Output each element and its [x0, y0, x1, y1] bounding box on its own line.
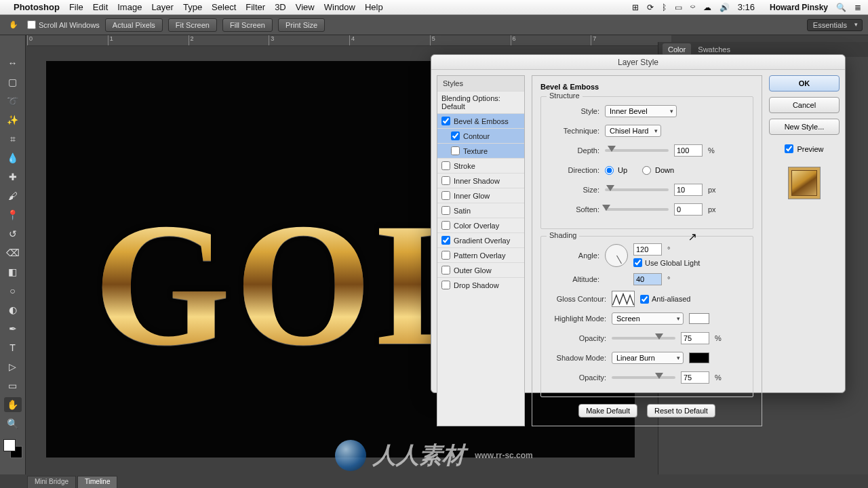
type-tool-icon[interactable]: T	[4, 340, 22, 355]
depth-input[interactable]	[674, 144, 703, 157]
style-stroke[interactable]: Stroke	[437, 158, 524, 173]
direction-down[interactable]: Down	[642, 166, 674, 175]
heal-tool-icon[interactable]: ✚	[4, 169, 22, 184]
size-slider[interactable]	[605, 188, 669, 191]
shadow-color-swatch[interactable]	[689, 352, 709, 363]
style-drop-shadow[interactable]: Drop Shadow	[437, 277, 524, 292]
bluetooth-icon[interactable]: ᛒ	[662, 3, 667, 12]
style-texture[interactable]: Texture	[437, 143, 524, 158]
cloud-icon[interactable]: ☁	[703, 3, 711, 12]
wand-tool-icon[interactable]: ✨	[4, 113, 22, 127]
shape-tool-icon[interactable]: ▭	[4, 378, 22, 393]
menu-3d[interactable]: 3D	[275, 2, 286, 12]
fit-screen-button[interactable]: Fit Screen	[168, 18, 217, 32]
reset-default-button[interactable]: Reset to Default	[647, 404, 715, 418]
shadow-mode-select[interactable]: Linear Burn	[612, 352, 684, 364]
style-inner-shadow[interactable]: Inner Shadow	[437, 173, 524, 188]
hand-tool-icon[interactable]: ✋	[5, 18, 22, 32]
path-select-icon[interactable]: ▷	[4, 359, 22, 374]
menu-edit[interactable]: Edit	[93, 2, 108, 12]
crop-tool-icon[interactable]: ⌗	[4, 131, 22, 146]
use-global-light[interactable]: Use Global Light	[633, 258, 700, 267]
spotlight-icon[interactable]: 🔍	[836, 3, 846, 12]
angle-wheel[interactable]	[605, 244, 628, 267]
styles-header[interactable]: Styles	[437, 76, 524, 91]
tab-timeline[interactable]: Timeline	[77, 476, 117, 488]
fill-screen-button[interactable]: Fill Screen	[222, 18, 273, 32]
cancel-button[interactable]: Cancel	[769, 97, 840, 113]
highlight-opacity-slider[interactable]	[612, 337, 675, 340]
shadow-mode-label: Shadow Mode:	[548, 354, 606, 362]
menu-app[interactable]: Photoshop	[14, 2, 60, 12]
size-input[interactable]	[674, 184, 703, 196]
altitude-input[interactable]	[633, 273, 662, 285]
eyedropper-tool-icon[interactable]: 💧	[4, 150, 22, 165]
lasso-tool-icon[interactable]: ➰	[4, 94, 22, 108]
volume-icon[interactable]: 🔊	[719, 3, 730, 12]
stamp-tool-icon[interactable]: 📍	[4, 207, 22, 222]
menu-window[interactable]: Window	[324, 2, 355, 12]
shadow-opacity-input[interactable]	[681, 371, 709, 384]
style-inner-glow[interactable]: Inner Glow	[437, 188, 524, 203]
notifications-icon[interactable]: ≣	[854, 3, 861, 12]
direction-up[interactable]: Up	[605, 166, 627, 175]
ok-button[interactable]: OK	[769, 75, 840, 92]
sync-icon[interactable]: ⟳	[647, 3, 654, 12]
zoom-tool-icon[interactable]: 🔍	[4, 416, 22, 431]
style-bevel-emboss[interactable]: Bevel & Emboss	[437, 113, 524, 128]
history-brush-icon[interactable]: ↺	[4, 226, 22, 241]
make-default-button[interactable]: Make Default	[578, 404, 637, 418]
new-style-button[interactable]: New Style...	[769, 119, 840, 135]
move-tool-icon[interactable]: ↔	[4, 56, 22, 70]
technique-select[interactable]: Chisel Hard	[605, 125, 661, 137]
highlight-mode-select[interactable]: Screen	[612, 312, 684, 325]
gloss-contour[interactable]	[612, 291, 635, 307]
soften-slider[interactable]	[605, 208, 669, 211]
shadow-opacity-label: Opacity:	[548, 373, 606, 382]
gradient-tool-icon[interactable]: ◧	[4, 264, 22, 279]
actual-pixels-button[interactable]: Actual Pixels	[105, 18, 163, 32]
user-name[interactable]: Howard Pinsky	[770, 3, 828, 12]
antialiased-checkbox[interactable]: Anti-aliased	[640, 295, 690, 304]
dropbox-icon[interactable]: ⊞	[632, 3, 639, 12]
menu-layer[interactable]: Layer	[151, 2, 174, 12]
print-size-button[interactable]: Print Size	[278, 18, 325, 32]
style-select[interactable]: Inner Bevel	[605, 105, 677, 117]
scroll-all-checkbox[interactable]: Scroll All Windows	[27, 20, 100, 29]
workspace-select[interactable]: Essentials	[807, 19, 863, 31]
menu-view[interactable]: View	[296, 2, 315, 12]
brush-tool-icon[interactable]: 🖌	[4, 188, 22, 203]
highlight-opacity-input[interactable]	[681, 332, 709, 344]
display-icon[interactable]: ▭	[675, 3, 682, 12]
menu-type[interactable]: Type	[183, 2, 202, 12]
eraser-tool-icon[interactable]: ⌫	[4, 245, 22, 260]
preview-checkbox[interactable]: Preview	[769, 144, 840, 153]
dodge-tool-icon[interactable]: ◐	[4, 302, 22, 317]
soften-input[interactable]	[674, 203, 703, 216]
marquee-tool-icon[interactable]: ▢	[4, 75, 22, 89]
angle-input[interactable]	[633, 243, 662, 256]
wifi-icon[interactable]: ⌔	[690, 3, 695, 12]
color-swatches[interactable]	[3, 439, 22, 458]
style-outer-glow[interactable]: Outer Glow	[437, 262, 524, 277]
technique-label: Technique:	[548, 127, 599, 135]
style-satin[interactable]: Satin	[437, 203, 524, 218]
menu-image[interactable]: Image	[117, 2, 142, 12]
menu-filter[interactable]: Filter	[245, 2, 265, 12]
style-gradient-overlay[interactable]: Gradient Overlay	[437, 232, 524, 247]
blur-tool-icon[interactable]: ○	[4, 283, 22, 298]
tab-mini-bridge[interactable]: Mini Bridge	[27, 476, 76, 488]
style-contour[interactable]: Contour	[437, 128, 524, 143]
pen-tool-icon[interactable]: ✒	[4, 321, 22, 336]
blending-options-row[interactable]: Blending Options: Default	[437, 91, 524, 113]
style-color-overlay[interactable]: Color Overlay	[437, 218, 524, 232]
style-pattern-overlay[interactable]: Pattern Overlay	[437, 247, 524, 262]
menu-help[interactable]: Help	[365, 2, 383, 12]
menu-select[interactable]: Select	[212, 2, 236, 12]
highlight-color-swatch[interactable]	[689, 313, 709, 324]
hand-tool-icon-2[interactable]: ✋	[4, 397, 22, 412]
depth-slider[interactable]	[605, 149, 669, 152]
menu-file[interactable]: File	[69, 2, 83, 12]
shadow-opacity-slider[interactable]	[612, 376, 675, 379]
clock[interactable]: 3:16	[738, 2, 755, 12]
